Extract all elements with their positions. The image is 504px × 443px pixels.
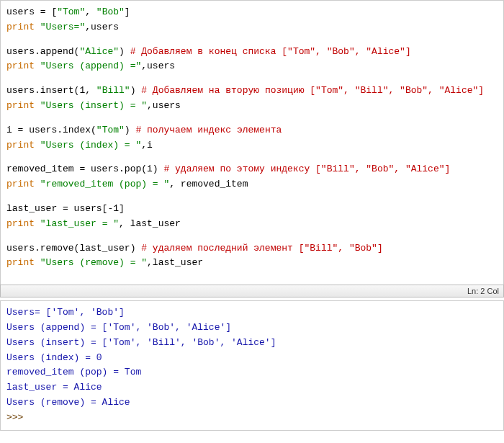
output-line: Users= ['Tom', 'Bob'] (6, 305, 498, 321)
output-line: removed_item (pop) = Tom (6, 365, 498, 380)
output-line: Users (insert) = ['Tom', 'Bill', 'Bob', … (6, 336, 498, 351)
code-line: print "Users (remove) = ",last_user (6, 256, 498, 271)
code-line: last_user = users[-1] (6, 202, 498, 217)
code-line: print "Users (index) = ",i (6, 138, 498, 153)
output-line: Users (remove) = Alice (6, 395, 498, 411)
code-editor-pane[interactable]: users = ["Tom", "Bob"] print "Users=",us… (0, 0, 504, 285)
code-line: users.insert(1, "Bill") # Добавляем на в… (6, 84, 498, 99)
code-line: print "last_user = ", last_user (6, 217, 498, 232)
output-line: Users (index) = 0 (6, 351, 498, 366)
code-line: print "Users (insert) = ",users (6, 99, 498, 114)
code-line: removed_item = users.pop(i) # удаляем по… (6, 162, 498, 177)
cursor-position-label: Ln: 2 Col (467, 287, 499, 295)
code-line: i = users.index("Tom") # получаем индекс… (6, 123, 498, 138)
code-line: print "removed_item (pop) = ", removed_i… (6, 177, 498, 192)
code-line: print "Users (append) =",users (6, 59, 498, 74)
shell-prompt: >>> (6, 411, 498, 426)
blank-line (6, 114, 498, 123)
blank-line (6, 271, 498, 280)
code-line: users.append("Alice") # Добавляем в коне… (6, 45, 498, 60)
blank-line (6, 153, 498, 162)
blank-line (6, 35, 498, 45)
code-line: print "Users=",users (6, 20, 498, 35)
output-line: last_user = Alice (6, 380, 498, 395)
blank-line (6, 232, 498, 241)
output-line: Users (append) = ['Tom', 'Bob', 'Alice'] (6, 321, 498, 336)
code-line: users.remove(last_user) # удаляем послед… (6, 241, 498, 256)
status-bar: Ln: 2 Col (0, 285, 504, 297)
code-line: users = ["Tom", "Bob"] (6, 5, 498, 20)
blank-line (6, 74, 498, 84)
shell-output-pane[interactable]: Users= ['Tom', 'Bob'] Users (append) = [… (0, 300, 504, 430)
blank-line (6, 192, 498, 202)
